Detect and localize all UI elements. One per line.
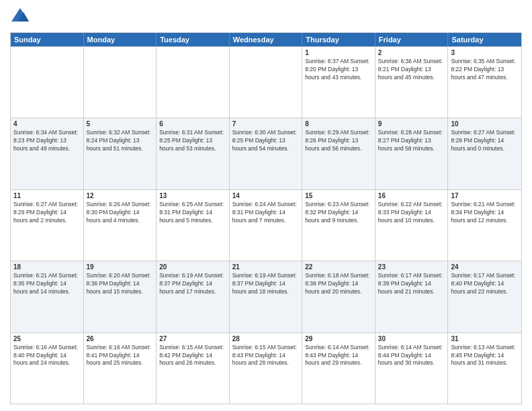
cell-info: Sunrise: 6:36 AM Sunset: 8:21 PM Dayligh…	[378, 58, 445, 82]
cell-info: Sunrise: 6:27 AM Sunset: 8:28 PM Dayligh…	[451, 129, 519, 153]
cell-info: Sunrise: 6:16 AM Sunset: 8:41 PM Dayligh…	[87, 344, 154, 368]
cell-info: Sunrise: 6:32 AM Sunset: 8:24 PM Dayligh…	[87, 129, 154, 153]
calendar-cell: 26Sunrise: 6:16 AM Sunset: 8:41 PM Dayli…	[84, 333, 157, 404]
day-number: 8	[305, 120, 372, 128]
cell-info: Sunrise: 6:21 AM Sunset: 8:35 PM Dayligh…	[13, 272, 81, 296]
calendar-cell	[11, 47, 84, 118]
day-number: 10	[451, 120, 519, 128]
cell-info: Sunrise: 6:17 AM Sunset: 8:39 PM Dayligh…	[378, 272, 445, 296]
calendar-cell: 19Sunrise: 6:20 AM Sunset: 8:36 PM Dayli…	[84, 261, 157, 332]
logo-icon	[10, 7, 30, 27]
calendar-cell: 24Sunrise: 6:17 AM Sunset: 8:40 PM Dayli…	[448, 261, 521, 332]
calendar-cell: 22Sunrise: 6:18 AM Sunset: 8:38 PM Dayli…	[302, 261, 375, 332]
logo	[10, 7, 33, 27]
cell-info: Sunrise: 6:35 AM Sunset: 8:22 PM Dayligh…	[451, 58, 519, 82]
day-number: 1	[305, 49, 372, 56]
calendar-cell: 2Sunrise: 6:36 AM Sunset: 8:21 PM Daylig…	[375, 47, 449, 118]
calendar-cell: 18Sunrise: 6:21 AM Sunset: 8:35 PM Dayli…	[11, 261, 84, 332]
calendar-cell: 9Sunrise: 6:28 AM Sunset: 8:27 PM Daylig…	[375, 118, 449, 189]
cell-info: Sunrise: 6:30 AM Sunset: 8:25 PM Dayligh…	[232, 129, 300, 153]
day-number: 24	[451, 263, 519, 271]
cell-info: Sunrise: 6:14 AM Sunset: 8:44 PM Dayligh…	[378, 344, 445, 368]
calendar-cell: 1Sunrise: 6:37 AM Sunset: 8:20 PM Daylig…	[302, 47, 375, 118]
cell-info: Sunrise: 6:37 AM Sunset: 8:20 PM Dayligh…	[305, 58, 372, 82]
calendar-row: 25Sunrise: 6:16 AM Sunset: 8:40 PM Dayli…	[11, 332, 521, 404]
day-number: 19	[87, 263, 154, 271]
calendar-cell: 21Sunrise: 6:19 AM Sunset: 8:37 PM Dayli…	[230, 261, 303, 332]
cell-info: Sunrise: 6:14 AM Sunset: 8:43 PM Dayligh…	[305, 344, 372, 368]
page: SundayMondayTuesdayWednesdayThursdayFrid…	[0, 0, 532, 411]
calendar-cell: 8Sunrise: 6:29 AM Sunset: 8:26 PM Daylig…	[302, 118, 375, 189]
calendar-row: 11Sunrise: 6:27 AM Sunset: 8:29 PM Dayli…	[11, 189, 521, 261]
header-day: Thursday	[302, 33, 375, 46]
header-day: Saturday	[448, 33, 521, 46]
calendar-cell: 17Sunrise: 6:21 AM Sunset: 8:34 PM Dayli…	[448, 190, 521, 261]
calendar-cell: 27Sunrise: 6:15 AM Sunset: 8:42 PM Dayli…	[157, 333, 230, 404]
cell-info: Sunrise: 6:31 AM Sunset: 8:25 PM Dayligh…	[159, 129, 226, 153]
calendar-cell: 20Sunrise: 6:19 AM Sunset: 8:37 PM Dayli…	[157, 261, 230, 332]
calendar-cell: 15Sunrise: 6:23 AM Sunset: 8:32 PM Dayli…	[302, 190, 375, 261]
calendar-cell	[84, 47, 157, 118]
calendar-cell: 3Sunrise: 6:35 AM Sunset: 8:22 PM Daylig…	[448, 47, 521, 118]
day-number: 11	[13, 192, 81, 199]
day-number: 21	[232, 263, 300, 271]
day-number: 15	[305, 192, 372, 199]
day-number: 16	[378, 192, 445, 199]
calendar-row: 18Sunrise: 6:21 AM Sunset: 8:35 PM Dayli…	[11, 261, 521, 332]
day-number: 9	[378, 120, 445, 128]
day-number: 17	[451, 192, 519, 199]
cell-info: Sunrise: 6:29 AM Sunset: 8:26 PM Dayligh…	[305, 129, 372, 153]
day-number: 7	[232, 120, 300, 128]
cell-info: Sunrise: 6:24 AM Sunset: 8:31 PM Dayligh…	[232, 201, 300, 225]
day-number: 25	[13, 335, 81, 342]
header-day: Wednesday	[230, 33, 303, 46]
cell-info: Sunrise: 6:25 AM Sunset: 8:31 PM Dayligh…	[159, 201, 226, 225]
day-number: 27	[159, 335, 226, 342]
day-number: 6	[159, 120, 226, 128]
cell-info: Sunrise: 6:26 AM Sunset: 8:30 PM Dayligh…	[87, 201, 154, 225]
day-number: 5	[87, 120, 154, 128]
day-number: 12	[87, 192, 154, 199]
calendar-cell	[157, 47, 230, 118]
cell-info: Sunrise: 6:34 AM Sunset: 8:23 PM Dayligh…	[13, 129, 81, 153]
day-number: 28	[232, 335, 300, 342]
day-number: 30	[378, 335, 445, 342]
calendar-cell: 29Sunrise: 6:14 AM Sunset: 8:43 PM Dayli…	[302, 333, 375, 404]
day-number: 3	[451, 49, 519, 56]
header	[10, 7, 522, 27]
calendar-cell: 14Sunrise: 6:24 AM Sunset: 8:31 PM Dayli…	[230, 190, 303, 261]
day-number: 22	[305, 263, 372, 271]
calendar-cell: 11Sunrise: 6:27 AM Sunset: 8:29 PM Dayli…	[11, 190, 84, 261]
calendar-cell: 7Sunrise: 6:30 AM Sunset: 8:25 PM Daylig…	[230, 118, 303, 189]
cell-info: Sunrise: 6:20 AM Sunset: 8:36 PM Dayligh…	[87, 272, 154, 296]
calendar-cell: 16Sunrise: 6:22 AM Sunset: 8:33 PM Dayli…	[375, 190, 449, 261]
calendar-body: 1Sunrise: 6:37 AM Sunset: 8:20 PM Daylig…	[11, 46, 521, 404]
calendar-cell: 5Sunrise: 6:32 AM Sunset: 8:24 PM Daylig…	[84, 118, 157, 189]
calendar-cell: 12Sunrise: 6:26 AM Sunset: 8:30 PM Dayli…	[84, 190, 157, 261]
cell-info: Sunrise: 6:23 AM Sunset: 8:32 PM Dayligh…	[305, 201, 372, 225]
calendar-cell: 28Sunrise: 6:15 AM Sunset: 8:43 PM Dayli…	[230, 333, 303, 404]
day-number: 20	[159, 263, 226, 271]
cell-info: Sunrise: 6:21 AM Sunset: 8:34 PM Dayligh…	[451, 201, 519, 225]
calendar-cell: 6Sunrise: 6:31 AM Sunset: 8:25 PM Daylig…	[157, 118, 230, 189]
day-number: 2	[378, 49, 445, 56]
day-number: 26	[87, 335, 154, 342]
cell-info: Sunrise: 6:28 AM Sunset: 8:27 PM Dayligh…	[378, 129, 445, 153]
cell-info: Sunrise: 6:19 AM Sunset: 8:37 PM Dayligh…	[232, 272, 300, 296]
calendar-row: 1Sunrise: 6:37 AM Sunset: 8:20 PM Daylig…	[11, 46, 521, 118]
calendar: SundayMondayTuesdayWednesdayThursdayFrid…	[10, 32, 522, 404]
calendar-row: 4Sunrise: 6:34 AM Sunset: 8:23 PM Daylig…	[11, 118, 521, 189]
calendar-cell: 31Sunrise: 6:13 AM Sunset: 8:45 PM Dayli…	[448, 333, 521, 404]
calendar-cell: 30Sunrise: 6:14 AM Sunset: 8:44 PM Dayli…	[375, 333, 449, 404]
cell-info: Sunrise: 6:15 AM Sunset: 8:42 PM Dayligh…	[159, 344, 226, 368]
cell-info: Sunrise: 6:17 AM Sunset: 8:40 PM Dayligh…	[451, 272, 519, 296]
calendar-cell: 13Sunrise: 6:25 AM Sunset: 8:31 PM Dayli…	[157, 190, 230, 261]
calendar-cell: 4Sunrise: 6:34 AM Sunset: 8:23 PM Daylig…	[11, 118, 84, 189]
cell-info: Sunrise: 6:15 AM Sunset: 8:43 PM Dayligh…	[232, 344, 300, 368]
calendar-header: SundayMondayTuesdayWednesdayThursdayFrid…	[11, 33, 521, 46]
cell-info: Sunrise: 6:27 AM Sunset: 8:29 PM Dayligh…	[13, 201, 81, 225]
day-number: 23	[378, 263, 445, 271]
calendar-cell: 25Sunrise: 6:16 AM Sunset: 8:40 PM Dayli…	[11, 333, 84, 404]
calendar-cell	[230, 47, 303, 118]
day-number: 4	[13, 120, 81, 128]
